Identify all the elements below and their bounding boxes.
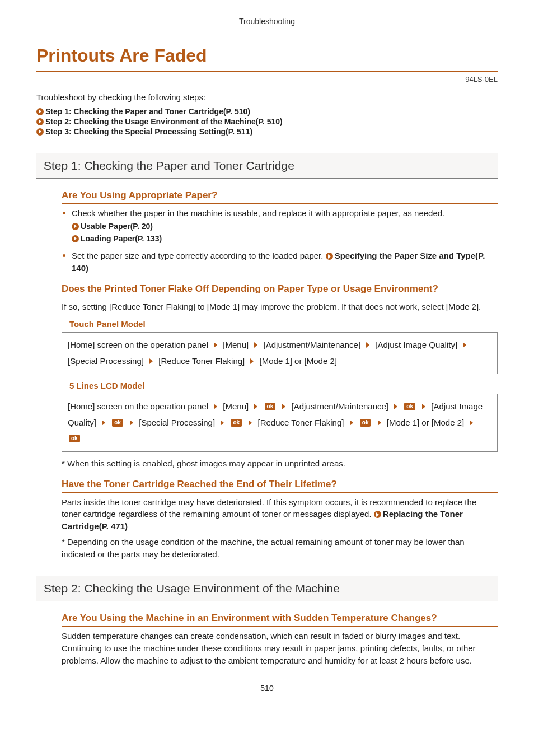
ok-icon: ok bbox=[404, 403, 415, 410]
ref-loading-paper[interactable]: Loading Paper(P. 133) bbox=[72, 233, 498, 244]
ref-label: Usable Paper(P. 20) bbox=[81, 222, 153, 231]
toc-item-3[interactable]: Step 3: Checking the Special Processing … bbox=[36, 127, 498, 136]
s1-q3-heading: Have the Toner Cartridge Reached the End… bbox=[62, 479, 498, 493]
path-seg: [Home] screen on the operation panel bbox=[68, 402, 208, 411]
toc-item-label: Step 2: Checking the Usage Environment o… bbox=[45, 117, 283, 126]
s2-q1-para: Sudden temperature changes can create co… bbox=[62, 630, 498, 666]
arrow-icon bbox=[72, 235, 79, 242]
arrow-icon bbox=[36, 108, 44, 115]
s1-q1-b2: Set the paper size and type correctly ac… bbox=[62, 250, 498, 274]
path-seg: [Reduce Toner Flaking] bbox=[158, 356, 245, 366]
arrow-icon bbox=[326, 253, 333, 260]
ok-icon: ok bbox=[360, 419, 371, 427]
path-seg: [Menu] bbox=[223, 402, 249, 411]
arrow-icon bbox=[249, 420, 252, 426]
section-2-title: Step 2: Checking the Usage Environment o… bbox=[44, 582, 490, 595]
arrow-icon bbox=[254, 342, 257, 348]
path-seg: [Adjust Image Quality] bbox=[375, 340, 457, 349]
arrow-icon bbox=[394, 404, 397, 409]
path-seg: [Mode 1] or [Mode 2] bbox=[387, 418, 464, 427]
arrow-icon bbox=[221, 420, 224, 426]
path-seg: [Special Processing] bbox=[139, 418, 215, 427]
page-title: Printouts Are Faded bbox=[36, 45, 498, 72]
touch-panel-path: [Home] screen on the operation panel [Me… bbox=[62, 332, 498, 374]
arrow-icon bbox=[254, 404, 257, 409]
touch-panel-label: Touch Panel Model bbox=[69, 319, 498, 329]
toc-item-1[interactable]: Step 1: Checking the Paper and Toner Car… bbox=[36, 107, 498, 116]
arrow-icon bbox=[72, 223, 79, 230]
lcd-model-path: [Home] screen on the operation panel [Me… bbox=[62, 394, 498, 452]
section-1-heading: Step 1: Checking the Paper and Toner Car… bbox=[36, 153, 498, 179]
s2-q1-heading: Are You Using the Machine in an Environm… bbox=[62, 613, 498, 627]
bullet-text: Check whether the paper in the machine i… bbox=[72, 208, 444, 218]
arrow-icon bbox=[149, 358, 153, 364]
arrow-icon bbox=[214, 342, 217, 348]
ok-icon: ok bbox=[265, 403, 276, 410]
toc-item-label: Step 3: Checking the Special Processing … bbox=[45, 127, 252, 136]
lcd-model-label: 5 Lines LCD Model bbox=[69, 381, 498, 390]
arrow-icon bbox=[378, 420, 381, 426]
s1-q1-heading: Are You Using Appropriate Paper? bbox=[62, 190, 498, 204]
toc-item-2[interactable]: Step 2: Checking the Usage Environment o… bbox=[36, 117, 498, 126]
ok-icon: ok bbox=[69, 435, 80, 442]
section-1-title: Step 1: Checking the Paper and Toner Car… bbox=[44, 159, 490, 172]
s1-q2-note: * When this setting is enabled, ghost im… bbox=[62, 458, 498, 470]
path-seg: [Home] screen on the operation panel bbox=[68, 340, 208, 349]
arrow-icon bbox=[470, 420, 473, 426]
path-seg: [Adjustment/Maintenance] bbox=[264, 340, 360, 349]
ok-icon: ok bbox=[231, 419, 242, 427]
s1-q1-b1: Check whether the paper in the machine i… bbox=[62, 207, 498, 244]
ok-icon: ok bbox=[112, 419, 123, 427]
arrow-icon bbox=[36, 118, 44, 125]
doc-code: 94LS-0EL bbox=[36, 75, 498, 83]
s1-q2-heading: Does the Printed Toner Flake Off Dependi… bbox=[62, 283, 498, 297]
page-number: 510 bbox=[36, 684, 498, 693]
path-seg: [Menu] bbox=[223, 340, 249, 349]
arrow-icon bbox=[422, 404, 425, 409]
ref-usable-paper[interactable]: Usable Paper(P. 20) bbox=[72, 221, 498, 232]
s1-q3-p1: Parts inside the toner cartridge may hav… bbox=[62, 496, 498, 533]
bullet-text: Set the paper size and type correctly ac… bbox=[72, 251, 326, 260]
arrow-icon bbox=[463, 342, 466, 348]
running-head: Troubleshooting bbox=[36, 17, 498, 26]
arrow-icon bbox=[366, 342, 369, 348]
path-seg: [Reduce Toner Flaking] bbox=[257, 418, 344, 427]
s1-q2-para: If so, setting [Reduce Toner Flaking] to… bbox=[62, 301, 498, 313]
arrow-icon bbox=[130, 420, 133, 426]
arrow-icon bbox=[214, 404, 217, 409]
arrow-icon bbox=[350, 420, 353, 426]
arrow-icon bbox=[282, 404, 285, 409]
toc: Step 1: Checking the Paper and Toner Car… bbox=[36, 107, 498, 136]
arrow-icon bbox=[36, 128, 44, 136]
arrow-icon bbox=[374, 511, 381, 518]
path-seg: [Mode 1] or [Mode 2] bbox=[260, 356, 337, 366]
path-seg: [Special Processing] bbox=[68, 356, 144, 366]
intro-text: Troubleshoot by checking the following s… bbox=[36, 91, 498, 104]
section-2-heading: Step 2: Checking the Usage Environment o… bbox=[36, 576, 498, 601]
arrow-icon bbox=[250, 358, 254, 364]
toc-item-label: Step 1: Checking the Paper and Toner Car… bbox=[45, 107, 250, 116]
ref-label: Loading Paper(P. 133) bbox=[81, 234, 162, 243]
s1-q3-p2: * Depending on the usage condition of th… bbox=[62, 536, 498, 561]
arrow-icon bbox=[102, 420, 105, 426]
path-seg: [Adjustment/Maintenance] bbox=[292, 402, 388, 411]
